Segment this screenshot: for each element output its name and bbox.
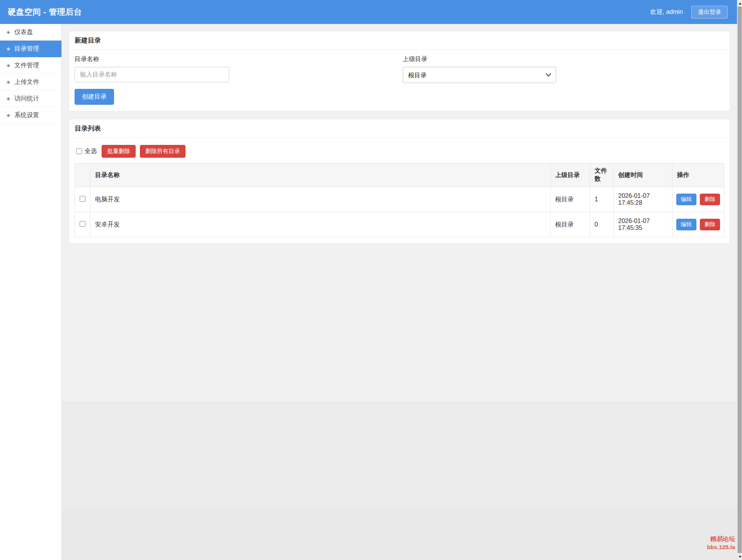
diamond-icon: ◈ <box>7 80 10 84</box>
sidebar-item-label: 访问统计 <box>14 95 39 103</box>
directory-table: 目录名称 上级目录 文件数 创建时间 操作 电脑开发 根目录 1 <box>75 163 724 237</box>
diamond-icon: ◈ <box>7 96 10 101</box>
header-operations: 操作 <box>672 163 724 187</box>
delete-button[interactable]: 删除 <box>700 219 720 230</box>
edit-button[interactable]: 编辑 <box>676 219 696 230</box>
welcome-text: 欢迎, admin <box>650 8 683 16</box>
cell-file-count: 1 <box>590 187 613 212</box>
sidebar-item-dashboard[interactable]: ◈ 仪表盘 <box>0 24 61 41</box>
vertical-scrollbar[interactable] <box>737 0 742 560</box>
watermark-forum-name: 精易论坛 <box>707 535 735 543</box>
page-background <box>62 401 737 507</box>
cell-operations: 编辑 删除 <box>672 212 724 237</box>
row-checkbox[interactable] <box>80 221 85 227</box>
parent-directory-select[interactable]: 根目录 <box>403 67 556 83</box>
content-wrapper: 新建目录 目录名称 上级目录 根目录 <box>62 24 737 401</box>
page-background-lower <box>62 507 737 560</box>
header-parent-directory: 上级目录 <box>550 163 590 187</box>
select-all-control[interactable]: 全选 <box>76 147 97 155</box>
panel-title-directory-list: 目录列表 <box>69 119 730 138</box>
sidebar-item-file-management[interactable]: ◈ 文件管理 <box>0 57 61 74</box>
delete-all-button[interactable]: 删除所有目录 <box>140 145 186 158</box>
cell-directory-name: 安卓开发 <box>90 212 551 237</box>
diamond-icon: ◈ <box>7 63 10 68</box>
watermark: 精易论坛 bbs.125.la <box>707 535 735 551</box>
sidebar-item-label: 文件管理 <box>14 61 39 70</box>
select-all-label: 全选 <box>85 147 97 155</box>
parent-directory-label: 上级目录 <box>403 55 556 63</box>
logout-button[interactable]: 退出登录 <box>691 6 728 19</box>
sidebar-item-upload-file[interactable]: ◈ 上传文件 <box>0 74 61 90</box>
table-row: 安卓开发 根目录 0 2026-01-07 17:45:35 编辑 删除 <box>75 212 724 237</box>
diamond-icon: ◈ <box>7 113 10 117</box>
cell-parent-directory: 根目录 <box>550 187 590 212</box>
scrollbar-down-arrow[interactable] <box>737 554 742 560</box>
header-created-time: 创建时间 <box>613 163 672 187</box>
triangle-up-icon <box>739 2 742 5</box>
new-directory-panel: 新建目录 目录名称 上级目录 根目录 <box>69 31 730 111</box>
create-directory-button[interactable]: 创建目录 <box>75 89 114 105</box>
sidebar: ◈ 仪表盘 ◈ 目录管理 ◈ 文件管理 ◈ 上传文件 ◈ 访问统计 ◈ 系统设置 <box>0 24 62 560</box>
select-all-checkbox[interactable] <box>76 148 82 154</box>
panel-title-new-directory: 新建目录 <box>69 31 730 50</box>
sidebar-item-system-settings[interactable]: ◈ 系统设置 <box>0 107 61 124</box>
sidebar-item-label: 仪表盘 <box>14 28 33 36</box>
sidebar-item-directory-management[interactable]: ◈ 目录管理 <box>0 41 61 57</box>
diamond-icon: ◈ <box>7 30 10 34</box>
cell-file-count: 0 <box>590 212 613 237</box>
table-row: 电脑开发 根目录 1 2026-01-07 17:45:28 编辑 删除 <box>75 187 724 212</box>
directory-list-body: 全选 批量删除 删除所有目录 目录名称 上级目录 文件数 创建时间 操作 <box>69 138 730 243</box>
directory-name-label: 目录名称 <box>75 55 229 63</box>
cell-created-time: 2026-01-07 17:45:35 <box>613 212 672 237</box>
cell-directory-name: 电脑开发 <box>90 187 551 212</box>
cell-operations: 编辑 删除 <box>672 187 724 212</box>
header-right: 欢迎, admin 退出登录 <box>650 6 728 19</box>
watermark-url: bbs.125.la <box>707 543 735 551</box>
parent-directory-field-group: 上级目录 根目录 <box>403 55 556 83</box>
directory-list-panel: 目录列表 全选 批量删除 删除所有目录 目录名称 上级目录 <box>69 119 730 244</box>
batch-delete-button[interactable]: 批量删除 <box>102 145 136 158</box>
main-content: 新建目录 目录名称 上级目录 根目录 <box>62 24 737 560</box>
header-directory-name: 目录名称 <box>90 163 551 187</box>
triangle-down-icon <box>739 556 742 558</box>
table-header-row: 目录名称 上级目录 文件数 创建时间 操作 <box>75 163 724 187</box>
app-title: 硬盘空间 - 管理后台 <box>8 7 82 17</box>
header-checkbox-cell <box>75 163 90 187</box>
scrollbar-thumb[interactable] <box>738 7 742 553</box>
new-directory-form: 目录名称 上级目录 根目录 创建目录 <box>69 50 730 111</box>
edit-button[interactable]: 编辑 <box>676 194 696 205</box>
cell-parent-directory: 根目录 <box>550 212 590 237</box>
row-checkbox[interactable] <box>80 196 85 202</box>
header-file-count: 文件数 <box>590 163 613 187</box>
diamond-icon: ◈ <box>7 46 10 51</box>
sidebar-item-label: 目录管理 <box>14 45 39 53</box>
sidebar-item-access-statistics[interactable]: ◈ 访问统计 <box>0 90 61 107</box>
cell-created-time: 2026-01-07 17:45:28 <box>613 187 672 212</box>
list-toolbar: 全选 批量删除 删除所有目录 <box>76 145 724 158</box>
app-header: 硬盘空间 - 管理后台 欢迎, admin 退出登录 <box>0 0 737 24</box>
directory-name-input[interactable] <box>75 67 229 82</box>
directory-name-field-group: 目录名称 <box>75 55 229 83</box>
sidebar-item-label: 系统设置 <box>14 111 39 119</box>
delete-button[interactable]: 删除 <box>700 194 720 205</box>
scrollbar-up-arrow[interactable] <box>737 0 742 6</box>
sidebar-item-label: 上传文件 <box>14 78 39 86</box>
